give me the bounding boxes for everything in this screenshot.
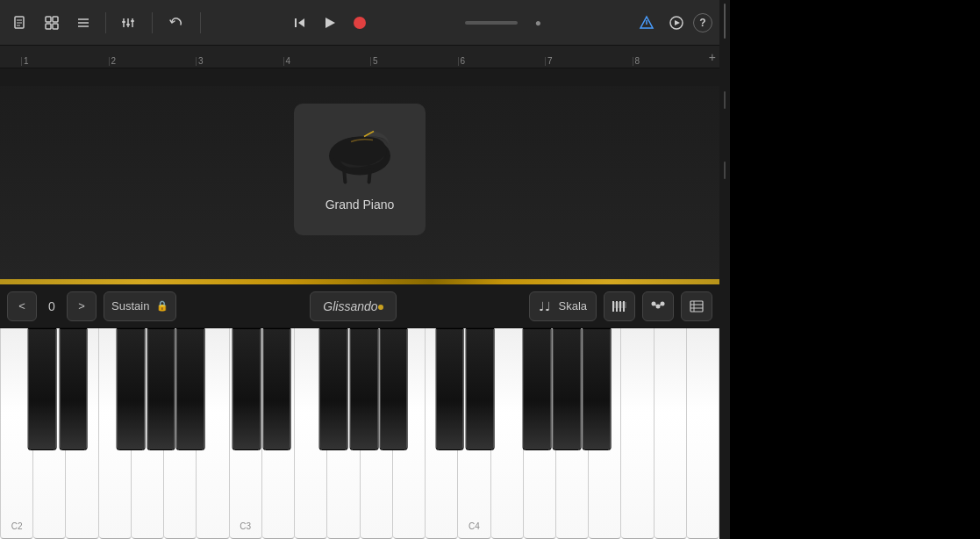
svg-rect-28 <box>612 301 614 312</box>
wave-decoration <box>0 68 719 86</box>
help-icon[interactable]: ? <box>693 13 712 32</box>
scrollbar-handle-top <box>724 4 726 39</box>
instrument-name: Grand Piano <box>325 198 395 212</box>
lock-icon: 🔒 <box>156 300 168 312</box>
key-fs4[interactable] <box>522 328 551 450</box>
key-ds3[interactable] <box>262 328 291 450</box>
sep-2 <box>152 12 153 33</box>
sep-3 <box>200 12 201 33</box>
svg-rect-6 <box>46 24 51 29</box>
ruler-mark-2: 2 <box>109 57 197 66</box>
ruler-markers: 1 2 3 4 5 6 7 8 <box>11 46 719 68</box>
view-toggle-icon[interactable] <box>39 10 65 36</box>
key-c2-label: C2 <box>11 521 23 531</box>
key-gs2[interactable] <box>147 328 175 450</box>
ruler-mark-5: 5 <box>370 57 458 66</box>
timeline-ruler: 1 2 3 4 5 6 7 8 + <box>0 46 719 68</box>
toolbar-right: ? <box>633 10 712 36</box>
key-cs2[interactable] <box>28 328 57 450</box>
key-b4[interactable] <box>655 328 687 539</box>
key-cs4[interactable] <box>435 328 464 450</box>
chord-button[interactable] <box>642 291 674 321</box>
keyboard-area: C2 C3 C4 <box>0 328 719 539</box>
ruler-mark-3: 3 <box>196 57 283 66</box>
key-cs3[interactable] <box>232 328 261 450</box>
volume-group: ● <box>461 10 551 36</box>
svg-marker-19 <box>325 18 335 28</box>
key-a4[interactable] <box>621 328 654 539</box>
transport-controls <box>287 10 373 36</box>
svg-rect-4 <box>46 17 51 22</box>
octave-prev-button[interactable]: < <box>7 291 37 321</box>
svg-rect-15 <box>126 24 130 25</box>
toolbar-left-group <box>7 10 141 36</box>
sep-1 <box>105 12 106 33</box>
key-as2[interactable] <box>176 328 205 450</box>
glissando-label: Glissando <box>323 299 377 313</box>
key-d4[interactable] <box>491 328 524 539</box>
sustain-label: Sustain <box>111 299 149 313</box>
svg-rect-14 <box>122 21 125 23</box>
key-ds4[interactable] <box>466 328 495 450</box>
gold-separator <box>0 279 719 284</box>
glissando-button[interactable]: Glissando <box>310 291 396 321</box>
svg-rect-31 <box>623 301 625 312</box>
ruler-mark-8: 8 <box>633 57 720 66</box>
piano-roll-button[interactable] <box>604 291 635 321</box>
controls-bar: < 0 > Sustain 🔒 Glissando ♩♩ Skala <box>0 284 719 328</box>
octave-value: 0 <box>39 299 65 313</box>
key-c5[interactable] <box>687 328 719 539</box>
svg-rect-5 <box>53 17 58 22</box>
settings-panel-icon <box>690 300 704 313</box>
piano-roll-icon <box>612 300 627 313</box>
key-gs4[interactable] <box>553 328 582 450</box>
octave-next-button[interactable]: > <box>67 291 97 321</box>
settings-panel-button[interactable] <box>681 291 712 321</box>
volume-slider[interactable] <box>465 21 518 25</box>
right-scrollbar[interactable] <box>719 0 730 539</box>
svg-rect-29 <box>616 301 618 312</box>
metronome-icon[interactable] <box>633 10 660 36</box>
key-fs3[interactable] <box>319 328 348 450</box>
skala-button[interactable]: ♩♩ Skala <box>529 291 597 321</box>
octave-controls: < 0 > <box>7 291 97 321</box>
ruler-mark-4: 4 <box>283 57 371 66</box>
key-ds2[interactable] <box>59 328 88 450</box>
volume-dot-icon[interactable]: ● <box>525 10 551 36</box>
skip-back-button[interactable] <box>287 10 313 36</box>
toolbar: ● ? <box>0 0 719 46</box>
skala-icon: ♩♩ <box>539 299 551 313</box>
svg-rect-30 <box>619 301 621 312</box>
chord-icon <box>650 300 666 313</box>
svg-point-20 <box>354 17 366 29</box>
undo-icon[interactable] <box>163 10 190 36</box>
key-c4-label: C4 <box>469 521 480 531</box>
svg-rect-32 <box>614 302 616 308</box>
ruler-add-button[interactable]: + <box>709 50 716 64</box>
svg-rect-7 <box>53 24 58 29</box>
keyboard-container: C2 C3 C4 <box>0 328 719 539</box>
svg-rect-33 <box>618 302 619 308</box>
playback-settings-icon[interactable] <box>663 10 690 36</box>
svg-marker-24 <box>675 20 680 25</box>
list-view-icon[interactable] <box>70 10 97 36</box>
ruler-mark-7: 7 <box>545 57 633 66</box>
svg-marker-18 <box>298 18 304 27</box>
ruler-mark-1: 1 <box>21 57 109 66</box>
scrollbar-handle-mid <box>724 91 726 109</box>
record-button[interactable] <box>347 10 373 36</box>
mixer-icon[interactable] <box>115 10 141 36</box>
play-button[interactable] <box>317 10 343 36</box>
svg-rect-34 <box>621 302 623 308</box>
key-fs2[interactable] <box>117 328 146 450</box>
scrollbar-handle-bot <box>724 162 726 179</box>
document-icon[interactable] <box>7 10 33 36</box>
svg-rect-41 <box>690 301 703 312</box>
instrument-card[interactable]: Grand Piano <box>294 104 426 235</box>
sustain-button[interactable]: Sustain 🔒 <box>104 291 176 321</box>
key-as4[interactable] <box>582 328 611 450</box>
key-as3[interactable] <box>379 328 408 450</box>
key-gs3[interactable] <box>350 328 379 450</box>
ruler-mark-6: 6 <box>458 57 546 66</box>
svg-rect-17 <box>295 18 297 27</box>
